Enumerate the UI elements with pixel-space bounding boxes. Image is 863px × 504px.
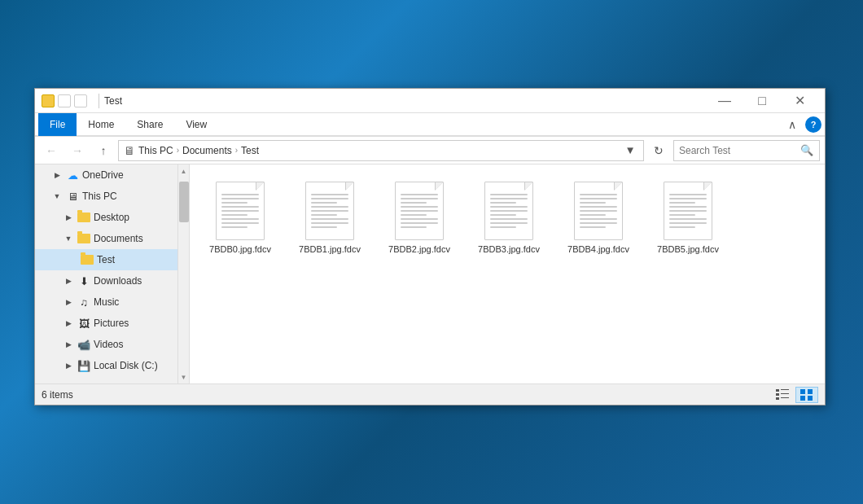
svg-rect-5 [781, 397, 789, 398]
music-icon: ♫ [77, 296, 90, 309]
icon-view-button[interactable] [795, 387, 818, 403]
search-button[interactable]: 🔍 [799, 142, 814, 159]
file-name: 7BDB0.jpg.fdcv [209, 243, 271, 255]
file-name: 7BDB2.jpg.fdcv [388, 243, 450, 255]
nav-bar: ← → ↑ 🖥 This PC › Documents › Test ▼ ↻ 🔍 [35, 137, 825, 164]
videos-icon: 📹 [77, 338, 90, 351]
view-buttons [771, 387, 818, 403]
sidebar-label-localdisk: Local Disk (C:) [94, 360, 184, 371]
file-item[interactable]: 7BDB3.jpg.fdcv [468, 174, 550, 262]
sidebar-item-pictures[interactable]: ▶ 🖼 Pictures [35, 313, 189, 334]
svg-rect-9 [808, 396, 813, 401]
sidebar-item-documents[interactable]: ▼ Documents [35, 228, 189, 249]
test-icon [81, 253, 94, 266]
title-separator [99, 94, 99, 108]
file-lines [669, 194, 707, 228]
scroll-up-button[interactable]: ▲ [178, 164, 190, 177]
expand-arrow-desktop: ▶ [63, 212, 74, 223]
sidebar-scrollbar[interactable]: ▲ ▼ [177, 164, 189, 383]
sidebar-item-videos[interactable]: ▶ 📹 Videos [35, 334, 189, 355]
sidebar-item-localdisk[interactable]: ▶ 💾 Local Disk (C:) [35, 355, 189, 376]
search-bar[interactable]: 🔍 [673, 140, 820, 161]
file-item[interactable]: 7BDB4.jpg.fdcv [558, 174, 639, 262]
search-input[interactable] [679, 145, 799, 156]
file-item[interactable]: 7BDB1.jpg.fdcv [289, 174, 370, 262]
expand-arrow-downloads: ▶ [63, 275, 74, 287]
address-bar[interactable]: 🖥 This PC › Documents › Test ▼ [118, 140, 644, 161]
file-item[interactable]: 7BDB5.jpg.fdcv [647, 174, 729, 262]
tab-view[interactable]: View [174, 113, 218, 136]
scroll-track [178, 177, 190, 370]
forward-button[interactable]: → [66, 140, 89, 161]
close-button[interactable]: ✕ [781, 89, 818, 113]
refresh-button[interactable]: ↻ [647, 140, 670, 161]
disk-icon: 💾 [77, 359, 90, 372]
tab-share[interactable]: Share [125, 113, 174, 136]
back-button[interactable]: ← [40, 140, 63, 161]
maximize-button[interactable]: □ [743, 89, 781, 113]
scroll-down-button[interactable]: ▼ [178, 370, 190, 383]
svg-rect-1 [781, 389, 789, 390]
file-lines [580, 194, 617, 228]
file-doc-icon [216, 182, 265, 240]
window-icon-pin [58, 94, 71, 107]
sidebar-label-downloads: Downloads [94, 275, 184, 287]
ribbon-collapse-button[interactable]: ∧ [782, 115, 802, 134]
file-name: 7BDB1.jpg.fdcv [299, 243, 361, 255]
sidebar-item-test[interactable]: Test [35, 249, 189, 270]
window-icon-extra [74, 94, 87, 107]
sidebar-item-music[interactable]: ▶ ♫ Music [35, 291, 189, 313]
crumb-arrow-1: › [177, 146, 179, 155]
crumb-this-pc[interactable]: This PC [138, 145, 173, 156]
window-icon-folder [42, 94, 55, 107]
svg-rect-8 [800, 396, 805, 401]
svg-rect-2 [776, 393, 779, 396]
sidebar-label-thispc: This PC [82, 191, 184, 202]
up-button[interactable]: ↑ [92, 140, 115, 161]
crumb-arrow-2: › [235, 146, 238, 155]
sidebar-item-desktop[interactable]: ▶ Desktop [35, 207, 189, 228]
sidebar-label-pictures: Pictures [94, 318, 184, 329]
tab-home[interactable]: Home [77, 113, 125, 136]
file-name: 7BDB4.jpg.fdcv [567, 243, 629, 255]
onedrive-icon: ☁ [66, 169, 79, 182]
file-lines [311, 194, 348, 228]
file-item[interactable]: 7BDB2.jpg.fdcv [379, 174, 460, 262]
sidebar-item-onedrive[interactable]: ▶ ☁ OneDrive [35, 164, 189, 186]
sidebar-label-test: Test [97, 254, 184, 265]
item-count: 6 items [42, 389, 771, 401]
help-button[interactable]: ? [805, 116, 821, 133]
expand-arrow-music: ▶ [63, 296, 74, 308]
sidebar-item-thispc[interactable]: ▼ 🖥 This PC [35, 186, 189, 207]
documents-icon [77, 232, 90, 245]
expand-arrow-thispc: ▼ [51, 191, 63, 202]
svg-rect-0 [776, 389, 779, 392]
address-dropdown-button[interactable]: ▼ [622, 141, 638, 160]
file-doc-icon [395, 182, 444, 240]
title-bar-icons [42, 94, 87, 107]
minimize-button[interactable]: — [706, 89, 743, 113]
svg-rect-6 [800, 389, 805, 394]
thispc-icon: 🖥 [66, 190, 79, 203]
tab-file[interactable]: File [38, 113, 77, 136]
crumb-documents[interactable]: Documents [182, 145, 232, 156]
scroll-thumb[interactable] [179, 182, 189, 222]
pictures-icon: 🖼 [77, 317, 90, 330]
desktop-icon [77, 211, 90, 224]
sidebar-label-music: Music [94, 296, 184, 308]
crumb-test[interactable]: Test [241, 145, 259, 156]
expand-arrow-localdisk: ▶ [63, 360, 74, 371]
file-area: 7BDB0.jpg.fdcv7BDB1.jpg.fdcv7BDB2.jpg.fd… [190, 164, 825, 383]
svg-rect-7 [808, 389, 813, 394]
status-bar: 6 items [35, 383, 825, 405]
title-bar: Test — □ ✕ [35, 89, 825, 113]
file-lines [221, 194, 259, 228]
svg-rect-3 [781, 393, 789, 394]
details-view-button[interactable] [771, 387, 794, 403]
sidebar-label-desktop: Desktop [94, 212, 184, 223]
sidebar: ▶ ☁ OneDrive ▼ 🖥 This PC ▶ Desktop ▼ Doc… [35, 164, 190, 383]
sidebar-item-downloads[interactable]: ▶ ⬇ Downloads [35, 270, 189, 291]
file-item[interactable]: 7BDB0.jpg.fdcv [199, 174, 281, 262]
expand-arrow-videos: ▶ [63, 339, 74, 350]
sidebar-label-documents: Documents [94, 233, 184, 244]
